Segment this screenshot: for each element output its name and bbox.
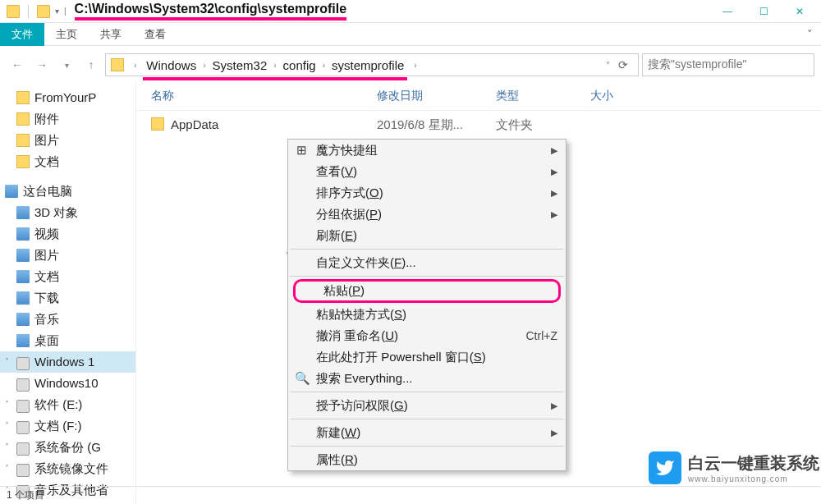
folder-icon: [111, 58, 124, 71]
chevron-down-icon[interactable]: ▾: [55, 7, 59, 16]
pc-icon: [16, 270, 30, 283]
pc-icon: [16, 227, 30, 241]
submenu-arrow-icon: ▶: [551, 401, 557, 411]
tree-caret-icon[interactable]: ˃: [5, 353, 11, 371]
menu-item[interactable]: 分组依据(P)▶: [288, 204, 566, 225]
forward-button[interactable]: →: [31, 54, 53, 76]
menu-item[interactable]: 自定义文件夹(F)...: [288, 252, 566, 273]
breadcrumb[interactable]: Windows›System32›config›systemprofile: [143, 57, 407, 74]
sidebar-item[interactable]: 视频: [0, 223, 135, 245]
menu-item[interactable]: ⊞魔方快捷组▶: [288, 140, 566, 161]
menu-item[interactable]: 授予访问权限(G)▶: [288, 395, 566, 416]
sidebar-item[interactable]: 文档: [0, 151, 135, 172]
back-button[interactable]: ←: [7, 54, 28, 76]
sidebar-item-label: 下载: [34, 289, 59, 307]
sidebar-item[interactable]: Windows10: [0, 373, 135, 394]
sidebar-item[interactable]: ˃Windows 1: [0, 351, 135, 373]
watermark: 白云一键重装系统 www.baiyunxitong.com: [649, 451, 819, 484]
tree-caret-icon[interactable]: ˃: [5, 460, 11, 478]
menu-item[interactable]: 撤消 重命名(U)Ctrl+Z: [288, 325, 566, 346]
chevron-right-icon[interactable]: ›: [270, 61, 279, 70]
folder-icon: [37, 5, 50, 18]
sidebar-item[interactable]: ˃文档 (F:): [0, 415, 135, 437]
chevron-right-icon[interactable]: ›: [200, 61, 209, 70]
tree-caret-icon[interactable]: ˃: [5, 396, 11, 414]
submenu-arrow-icon: ▶: [551, 145, 557, 156]
pc-icon: [5, 185, 18, 198]
sidebar-item[interactable]: ˃系统镜像文件: [0, 458, 135, 479]
addressbar-dropdown-icon[interactable]: ˅: [606, 61, 610, 70]
quick-access-toolbar: ▾ |: [3, 5, 70, 18]
menu-item[interactable]: 新建(W)▶: [288, 422, 566, 443]
menu-item-label: 属性(R): [316, 452, 358, 468]
pc-icon: [16, 334, 30, 347]
sidebar-item[interactable]: 图片: [0, 245, 135, 266]
sidebar-item[interactable]: ˃系统备份 (G: [0, 437, 135, 458]
col-date[interactable]: 修改日期: [370, 85, 489, 107]
search-input[interactable]: 搜索"systemprofile": [642, 53, 814, 76]
menu-item-label: 排序方式(O): [316, 186, 383, 201]
chevron-right-icon[interactable]: ›: [410, 61, 420, 70]
navigation-pane[interactable]: FromYourP附件图片文档˅这台电脑3D 对象视频图片文档下载音乐桌面˃Wi…: [0, 82, 135, 504]
tree-caret-icon[interactable]: ˃: [5, 438, 11, 456]
menu-item[interactable]: 粘贴(P): [293, 279, 561, 303]
context-menu[interactable]: ⊞魔方快捷组▶查看(V)▶排序方式(O)▶分组依据(P)▶刷新(E)自定义文件夹…: [287, 139, 566, 471]
chevron-right-icon[interactable]: ›: [131, 61, 140, 70]
tab-share[interactable]: 共享: [89, 23, 133, 46]
disk-icon: [16, 442, 30, 456]
column-headers[interactable]: 名称 修改日期 类型 大小: [136, 82, 821, 111]
sidebar-item[interactable]: ˃软件 (E:): [0, 394, 135, 415]
menu-item-label: 分组依据(P): [316, 207, 382, 222]
menu-item[interactable]: 🔍搜索 Everything...: [288, 368, 566, 389]
tree-caret-icon[interactable]: ˃: [5, 417, 11, 435]
sidebar-item[interactable]: 下载: [0, 287, 135, 309]
folder-icon: [151, 117, 164, 131]
menu-item[interactable]: 刷新(E): [288, 225, 566, 246]
tab-view[interactable]: 查看: [133, 23, 177, 46]
menu-item[interactable]: 粘贴快捷方式(S): [288, 304, 566, 325]
sidebar-item[interactable]: 图片: [0, 130, 135, 151]
minimize-button[interactable]: —: [709, 0, 745, 23]
table-row[interactable]: AppData 2019/6/8 星期... 文件夹: [136, 111, 821, 140]
maximize-button[interactable]: ☐: [745, 0, 782, 23]
tab-file[interactable]: 文件: [0, 23, 44, 46]
submenu-arrow-icon: ▶: [551, 188, 557, 199]
sidebar-item-label: 文档: [34, 268, 59, 286]
sidebar-item[interactable]: ˅这台电脑: [0, 181, 135, 202]
menu-item[interactable]: 在此处打开 Powershell 窗口(S): [288, 346, 566, 368]
disk-icon: [16, 357, 30, 370]
sidebar-item[interactable]: 附件: [0, 108, 135, 130]
tab-home[interactable]: 主页: [44, 23, 89, 46]
up-button[interactable]: ↑: [80, 54, 102, 76]
refresh-button[interactable]: ⟳: [613, 58, 633, 71]
brand-url: www.baiyunxitong.com: [688, 474, 819, 483]
sidebar-item[interactable]: 桌面: [0, 330, 135, 351]
close-button[interactable]: ✕: [782, 0, 818, 23]
sidebar-item-label: 附件: [34, 110, 59, 128]
menu-item[interactable]: 查看(V)▶: [288, 161, 566, 182]
sidebar-item-label: 音乐: [34, 310, 59, 328]
ribbon-expand-icon[interactable]: ˅: [799, 28, 821, 40]
menu-item[interactable]: 属性(R): [288, 449, 566, 470]
address-bar[interactable]: › Windows›System32›config›systemprofile …: [105, 53, 639, 76]
history-dropdown[interactable]: ▾: [56, 54, 77, 76]
chevron-right-icon[interactable]: ›: [319, 61, 328, 70]
sidebar-item[interactable]: FromYourP: [0, 87, 135, 108]
submenu-arrow-icon: ▶: [551, 209, 557, 220]
col-type[interactable]: 类型: [489, 85, 584, 107]
sidebar-item[interactable]: 3D 对象: [0, 202, 135, 223]
sidebar-item-label: 软件 (E:): [34, 396, 82, 414]
menu-item-label: 魔方快捷组: [316, 143, 378, 158]
menu-item[interactable]: 排序方式(O)▶: [288, 182, 566, 204]
sidebar-item-label: FromYourP: [34, 89, 96, 107]
col-name[interactable]: 名称: [144, 85, 370, 107]
folder-icon: [7, 5, 20, 18]
sidebar-item[interactable]: 文档: [0, 266, 135, 287]
sidebar-item[interactable]: 音乐: [0, 309, 135, 330]
col-size[interactable]: 大小: [584, 85, 620, 107]
sidebar-item-label: 系统备份 (G: [34, 438, 101, 456]
menu-item-shortcut: Ctrl+Z: [526, 329, 558, 342]
sidebar-item-label: 系统镜像文件: [34, 460, 108, 478]
brand-logo-icon: [649, 451, 681, 484]
menu-item-icon: 🔍: [295, 371, 308, 386]
